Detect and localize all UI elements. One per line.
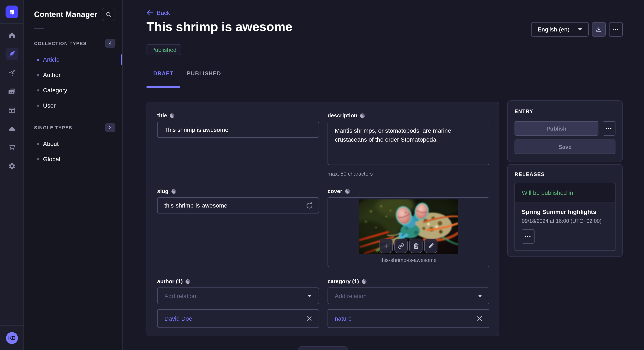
globe-icon — [170, 113, 175, 118]
relation-link[interactable]: David Doe — [164, 315, 192, 322]
collection-types-heading: COLLECTION TYPES — [34, 41, 87, 46]
copy-link-button[interactable] — [394, 239, 408, 253]
search-icon — [105, 11, 112, 18]
single-types-count-badge: 2 — [105, 123, 116, 132]
content-manager-icon[interactable] — [5, 48, 18, 60]
marketplace-icon[interactable] — [5, 141, 18, 154]
field-author-label: author (1) — [157, 278, 319, 285]
field-cover: cover — [328, 188, 490, 267]
category-relation-select[interactable]: Add relation — [328, 288, 490, 304]
home-icon[interactable] — [5, 29, 18, 42]
field-description-label: description — [328, 112, 490, 119]
field-label-text: slug — [157, 188, 168, 195]
field-slug: slug — [157, 188, 319, 267]
releases-panel: RELEASES Will be published in Spring Sum… — [507, 164, 623, 257]
globe-icon — [171, 189, 176, 194]
sidebar-item-article[interactable]: Article — [24, 52, 122, 67]
release-card-header: Will be published in — [515, 183, 615, 202]
regenerate-slug-button[interactable] — [302, 197, 316, 213]
pencil-icon — [428, 243, 434, 249]
entry-more-button[interactable]: ••• — [603, 121, 616, 136]
strapi-logo-icon — [8, 8, 16, 16]
main-nav-rail: KD — [0, 0, 24, 350]
ellipsis-icon: ••• — [525, 234, 532, 238]
entry-panel: ENTRY Publish ••• Save — [507, 100, 623, 162]
cloud-icon[interactable] — [5, 123, 18, 135]
globe-icon — [360, 113, 365, 118]
chevron-down-icon — [578, 28, 582, 31]
chevron-down-icon — [308, 295, 312, 297]
edit-media-button[interactable] — [424, 239, 438, 253]
sidebar-item-about[interactable]: About — [24, 136, 122, 151]
close-icon — [307, 316, 312, 321]
tab-draft[interactable]: DRAFT — [146, 68, 180, 88]
download-icon — [596, 26, 602, 33]
field-label-text: category (1) — [328, 278, 359, 285]
remove-relation-button[interactable] — [307, 316, 312, 321]
ellipsis-icon: ••• — [613, 27, 619, 31]
release-date: 09/18/2024 at 16:00 (UTC+02:00) — [522, 218, 608, 224]
author-relation-select[interactable]: Add relation — [157, 288, 319, 304]
release-card: Will be published in Spring Summer highl… — [514, 183, 616, 251]
field-category: category (1) Add relation nature — [328, 278, 490, 328]
relation-link[interactable]: nature — [335, 315, 352, 322]
category-relation-item[interactable]: nature — [328, 309, 490, 328]
media-library-icon[interactable] — [5, 85, 18, 98]
locale-value: English (en) — [538, 26, 570, 33]
cover-media-card: this-shrimp-is-awesome — [328, 197, 490, 267]
back-link[interactable]: Back — [146, 9, 170, 16]
sidebar-item-label: Article — [43, 56, 60, 63]
chevron-down-icon — [478, 295, 482, 297]
globe-icon — [185, 279, 190, 284]
plus-icon — [383, 243, 389, 249]
back-label: Back — [157, 9, 170, 16]
next-section-peek[interactable] — [298, 346, 348, 350]
field-category-label: category (1) — [328, 278, 490, 285]
publish-button[interactable]: Publish — [514, 121, 598, 136]
sidebar-item-user[interactable]: User — [24, 98, 122, 113]
strapi-logo[interactable] — [5, 5, 18, 18]
sidebar-item-global[interactable]: Global — [24, 151, 122, 167]
subnav-title: Content Manager — [34, 10, 97, 19]
locale-select[interactable]: English (en) — [531, 22, 589, 37]
rail-items — [5, 29, 18, 178]
sidebar-item-author[interactable]: Author — [24, 67, 122, 82]
globe-icon — [345, 189, 350, 194]
search-button[interactable] — [102, 8, 116, 21]
version-tabs: DRAFT PUBLISHED — [146, 68, 228, 88]
cover-actions — [380, 239, 438, 253]
more-actions-button[interactable]: ••• — [609, 22, 623, 37]
content-type-builder-icon[interactable] — [5, 104, 18, 117]
sidebar-item-label: Category — [43, 87, 67, 94]
author-relation-item[interactable]: David Doe — [157, 309, 319, 328]
description-textarea[interactable]: Mantis shrimps, or stomatopods, are mari… — [328, 122, 490, 165]
deploy-icon[interactable] — [5, 66, 18, 79]
entry-heading: ENTRY — [514, 108, 616, 114]
topbar-controls: English (en) ••• — [507, 22, 623, 37]
title-input[interactable] — [157, 122, 319, 138]
rail-bottom: KD — [0, 325, 24, 350]
globe-icon — [362, 279, 366, 284]
settings-icon[interactable] — [5, 160, 18, 173]
release-more-button[interactable]: ••• — [522, 229, 534, 244]
releases-heading: RELEASES — [514, 172, 616, 177]
tab-published[interactable]: PUBLISHED — [180, 68, 228, 88]
slug-input[interactable] — [157, 197, 319, 213]
delete-media-button[interactable] — [409, 239, 422, 253]
sidebar-item-label: User — [43, 102, 56, 109]
field-description: description Mantis shrimps, or stomatopo… — [328, 112, 490, 177]
field-label-text: title — [157, 112, 167, 119]
remove-relation-button[interactable] — [477, 316, 482, 321]
main-content: Back This shrimp is awesome Published DR… — [123, 0, 644, 350]
back-arrow-icon — [146, 10, 153, 16]
sidebar-item-category[interactable]: Category — [24, 82, 122, 98]
trash-icon — [413, 243, 419, 249]
rail-divider — [0, 23, 24, 24]
field-label-text: cover — [328, 188, 342, 195]
single-types-heading: SINGLE TYPES — [34, 125, 72, 130]
description-hint: max. 80 characters — [328, 171, 490, 177]
download-button[interactable] — [592, 22, 606, 37]
user-avatar[interactable]: KD — [6, 332, 18, 344]
add-media-button[interactable] — [380, 239, 393, 253]
save-button[interactable]: Save — [514, 140, 616, 154]
